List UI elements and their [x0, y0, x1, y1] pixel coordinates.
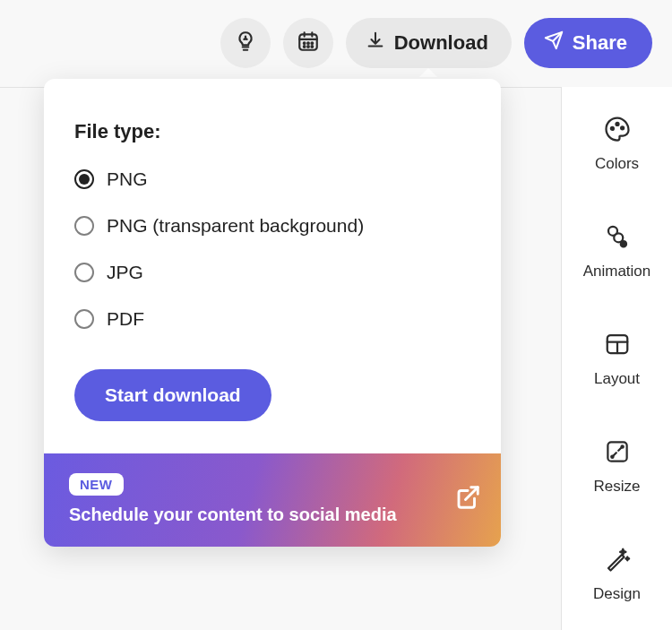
side-label: Design: [593, 585, 641, 603]
side-panel: Colors Animation Layout Resize Design: [561, 87, 672, 630]
start-download-button[interactable]: Start download: [74, 369, 271, 421]
svg-point-4: [304, 46, 306, 47]
side-label: Layout: [594, 370, 640, 388]
svg-point-3: [311, 42, 313, 44]
svg-point-7: [610, 127, 613, 130]
radio-png-transparent[interactable]: PNG (transparent background): [74, 215, 472, 237]
download-label: Download: [394, 31, 488, 55]
download-icon: [366, 30, 385, 56]
radio-jpg[interactable]: JPG: [74, 262, 472, 283]
radio-indicator: [74, 216, 94, 236]
ideas-button[interactable]: [220, 18, 271, 68]
side-layout[interactable]: Layout: [562, 298, 672, 406]
schedule-button[interactable]: [283, 18, 333, 68]
top-toolbar: Download Share: [220, 18, 652, 68]
file-type-radio-group: PNG PNG (transparent background) JPG PDF: [74, 168, 472, 330]
side-design[interactable]: Design: [562, 513, 672, 621]
download-popover: File type: PNG PNG (transparent backgrou…: [44, 79, 501, 547]
radio-label: PNG: [107, 168, 148, 190]
radio-indicator: [74, 169, 94, 189]
svg-point-12: [620, 241, 625, 246]
calendar-icon: [297, 30, 320, 56]
download-button[interactable]: Download: [346, 18, 512, 68]
svg-point-9: [621, 126, 624, 129]
file-type-title: File type:: [74, 120, 472, 143]
radio-indicator: [74, 309, 94, 329]
resize-icon: [604, 438, 631, 469]
svg-point-1: [304, 42, 306, 44]
svg-point-8: [616, 123, 618, 125]
radio-indicator: [74, 263, 94, 282]
layout-icon: [604, 331, 631, 361]
external-link-icon: [454, 484, 481, 514]
new-badge: NEW: [69, 473, 124, 496]
radio-label: PNG (transparent background): [107, 215, 364, 237]
radio-label: JPG: [107, 262, 143, 283]
side-resize[interactable]: Resize: [562, 406, 672, 513]
side-animation[interactable]: Animation: [562, 191, 672, 298]
share-label: Share: [573, 31, 627, 55]
svg-point-16: [621, 445, 623, 447]
magic-wand-icon: [604, 546, 631, 576]
animation-icon: [604, 223, 631, 254]
svg-point-5: [307, 46, 309, 47]
svg-rect-14: [607, 442, 626, 461]
schedule-banner[interactable]: NEW Schedule your content to social medi…: [44, 453, 501, 547]
lightbulb-icon: [234, 30, 257, 56]
send-icon: [544, 30, 564, 56]
start-download-label: Start download: [105, 384, 241, 406]
svg-point-2: [307, 42, 309, 44]
radio-png[interactable]: PNG: [74, 168, 472, 190]
side-label: Animation: [583, 263, 651, 280]
svg-point-6: [311, 46, 313, 47]
svg-point-15: [611, 456, 613, 458]
radio-pdf[interactable]: PDF: [74, 308, 472, 330]
radio-label: PDF: [107, 308, 144, 330]
side-label: Resize: [594, 478, 641, 496]
palette-icon: [604, 116, 631, 146]
share-button[interactable]: Share: [524, 18, 652, 68]
banner-text: Schedule your content to social media: [69, 505, 397, 525]
side-label: Colors: [595, 155, 639, 173]
side-colors[interactable]: Colors: [562, 87, 672, 191]
